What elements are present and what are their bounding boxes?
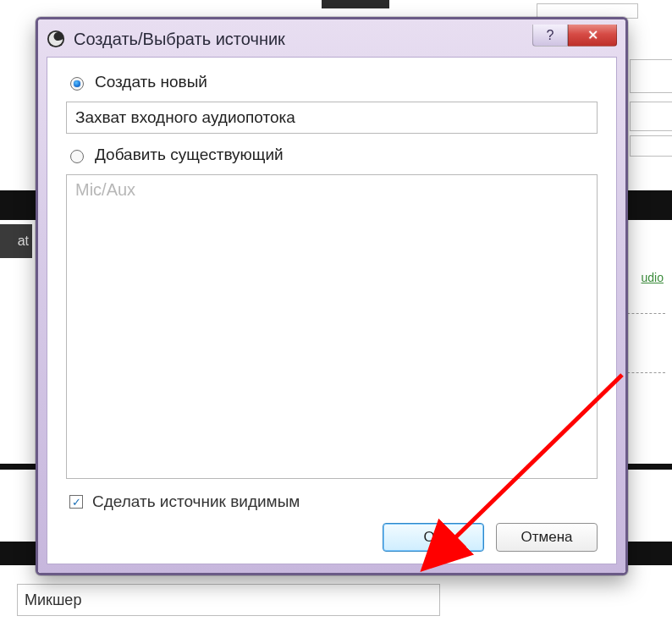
create-select-source-dialog: Создать/Выбрать источник ? ✕ Создать нов…	[36, 17, 628, 575]
obs-icon	[47, 30, 65, 48]
make-visible-label: Сделать источник видимым	[92, 492, 300, 511]
window-buttons: ? ✕	[532, 25, 617, 47]
bg-box	[630, 59, 672, 93]
bg-box	[630, 102, 672, 131]
bg-tab-fragment: at	[0, 224, 32, 258]
make-visible-checkbox[interactable]	[69, 495, 83, 509]
add-existing-label: Добавить существующий	[95, 146, 284, 164]
create-new-option[interactable]: Создать новый	[66, 73, 598, 91]
ok-label: ОК	[423, 529, 443, 545]
ok-button[interactable]: ОК	[383, 523, 484, 552]
add-existing-radio[interactable]	[70, 150, 84, 163]
dialog-frame: Создать/Выбрать источник ? ✕ Создать нов…	[38, 19, 625, 573]
cancel-button[interactable]: Отмена	[496, 523, 598, 552]
bg-link-fragment: udio	[642, 271, 664, 284]
list-item[interactable]: Mic/Aux	[75, 180, 588, 200]
titlebar: Создать/Выбрать источник ? ✕	[47, 26, 617, 52]
make-visible-option[interactable]: Сделать источник видимым	[66, 492, 598, 511]
bg-divider	[623, 313, 665, 314]
help-icon: ?	[547, 28, 554, 43]
mixer-panel-header: Микшер	[17, 584, 440, 616]
create-new-radio[interactable]	[70, 77, 84, 91]
existing-sources-list[interactable]: Mic/Aux	[66, 174, 598, 479]
bg-box	[630, 135, 672, 157]
dialog-buttons: ОК Отмена	[66, 523, 598, 552]
dialog-title: Создать/Выбрать источник	[74, 30, 524, 49]
bg-bar	[322, 0, 389, 8]
close-icon: ✕	[587, 27, 598, 43]
source-name-input[interactable]	[66, 102, 598, 134]
bg-divider	[623, 372, 665, 373]
add-existing-option[interactable]: Добавить существующий	[66, 146, 598, 164]
help-button[interactable]: ?	[532, 25, 568, 47]
create-new-label: Создать новый	[95, 73, 207, 91]
close-button[interactable]: ✕	[568, 25, 617, 47]
cancel-label: Отмена	[521, 529, 573, 545]
dialog-body: Создать новый Добавить существующий Mic/…	[47, 57, 617, 564]
mixer-label: Микшер	[25, 591, 81, 609]
